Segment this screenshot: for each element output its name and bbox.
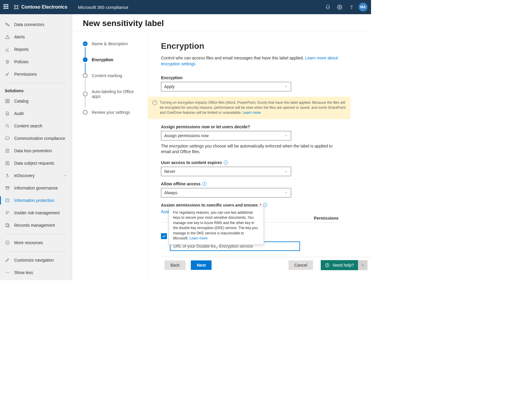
chart-icon bbox=[5, 47, 10, 52]
info-icon[interactable]: i bbox=[224, 161, 228, 165]
user-avatar[interactable]: MA bbox=[359, 3, 367, 12]
sidebar-item-more-resources[interactable]: More resources bbox=[0, 236, 72, 249]
cancel-button[interactable]: Cancel bbox=[288, 260, 313, 270]
sidebar-item-dsr[interactable]: Data subject requests bbox=[0, 157, 72, 169]
svg-rect-15 bbox=[8, 101, 9, 103]
encryption-select[interactable]: Apply bbox=[161, 82, 291, 91]
info-icon[interactable]: i bbox=[202, 182, 207, 186]
sidebar-item-content-search[interactable]: Content search bbox=[0, 120, 72, 132]
brand-name: Contoso Electronics bbox=[21, 4, 67, 10]
encryption-field-label: Encryption bbox=[161, 75, 341, 80]
sidebar-item-ediscovery[interactable]: eDiscovery bbox=[0, 169, 72, 182]
need-help-button[interactable]: Need help? bbox=[321, 260, 358, 270]
sidebar-item-customize-navigation[interactable]: Customize navigation bbox=[0, 254, 72, 266]
sliders-icon bbox=[5, 59, 10, 64]
search-icon bbox=[5, 123, 10, 129]
brand-icon bbox=[14, 4, 19, 10]
svg-point-31 bbox=[327, 266, 328, 266]
svg-point-2 bbox=[14, 8, 16, 9]
sidebar-item-policies[interactable]: Policies bbox=[0, 56, 72, 68]
sidebar-item-dlp[interactable]: Data loss prevention bbox=[0, 145, 72, 157]
sidebar-item-permissions[interactable]: Permissions bbox=[0, 68, 72, 80]
sidebar-item-information-protection[interactable]: Information protection bbox=[0, 194, 72, 207]
tenant-name: Microsoft 365 compliance bbox=[78, 5, 128, 10]
sidebar-item-show-less[interactable]: Show less bbox=[0, 266, 72, 279]
step-auto-labeling[interactable]: Auto-labeling for Office apps bbox=[83, 89, 142, 99]
svg-rect-17 bbox=[6, 137, 9, 139]
sidebar-item-catalog[interactable]: Catalog bbox=[0, 95, 72, 107]
callout-learn-more-link[interactable]: Learn more bbox=[243, 111, 261, 115]
svg-rect-14 bbox=[6, 101, 7, 103]
grid-icon bbox=[5, 98, 10, 104]
ellipsis-icon bbox=[5, 270, 10, 275]
encryption-info-callout: i Turning on encryption impacts Office f… bbox=[148, 97, 350, 119]
form-title: Encryption bbox=[161, 41, 341, 51]
records-icon bbox=[5, 223, 10, 228]
chevron-down-icon bbox=[284, 134, 288, 137]
sidebar-item-alerts[interactable]: Alerts bbox=[0, 31, 72, 43]
back-button[interactable]: Back bbox=[165, 260, 186, 270]
label-icon bbox=[5, 198, 10, 203]
step-encryption[interactable]: Encryption bbox=[83, 57, 142, 62]
gavel-icon bbox=[5, 173, 10, 178]
svg-point-8 bbox=[6, 60, 7, 61]
svg-point-24 bbox=[6, 211, 7, 213]
topbar: Contoso Electronics Microsoft 365 compli… bbox=[0, 0, 371, 14]
sidebar-item-data-connectors[interactable]: Data connectors bbox=[0, 18, 72, 31]
assign-permissions-mode-select[interactable]: Assign permissions now bbox=[161, 131, 291, 140]
expires-select[interactable]: Never bbox=[161, 167, 291, 176]
notifications-icon[interactable] bbox=[322, 0, 334, 14]
tooltip-learn-more-link[interactable]: Learn more bbox=[189, 236, 207, 240]
svg-point-16 bbox=[6, 124, 8, 127]
left-sidebar: Data connectors Alerts Reports Policies … bbox=[0, 14, 72, 280]
offline-label: Allow offline accessi bbox=[161, 181, 341, 186]
person-risk-icon bbox=[5, 210, 10, 215]
svg-point-10 bbox=[7, 63, 7, 63]
step-name-description[interactable]: Name & description bbox=[83, 41, 142, 46]
info-icon: i bbox=[152, 100, 157, 105]
main-area: New sensitivity label Name & description… bbox=[72, 14, 371, 280]
page-title: New sensitivity label bbox=[72, 14, 371, 31]
person-file-icon bbox=[5, 161, 10, 166]
sidebar-heading-solutions: Solutions bbox=[0, 85, 72, 95]
svg-point-9 bbox=[8, 61, 9, 62]
step-content-marking[interactable]: Content marking bbox=[83, 73, 142, 78]
svg-point-27 bbox=[6, 272, 6, 273]
chevron-down-icon bbox=[64, 174, 67, 177]
connector-icon bbox=[5, 22, 10, 27]
app-launcher-icon[interactable] bbox=[4, 4, 9, 10]
svg-point-11 bbox=[6, 74, 7, 75]
sidebar-item-audit[interactable]: Audit bbox=[0, 107, 72, 120]
info-icon bbox=[5, 240, 10, 245]
settings-icon[interactable] bbox=[334, 0, 346, 14]
sidebar-item-records-management[interactable]: Records management bbox=[0, 219, 72, 231]
sidebar-item-information-governance[interactable]: Information governance bbox=[0, 182, 72, 194]
key-icon bbox=[5, 72, 10, 77]
form-panel: Encryption Control who can access files … bbox=[148, 31, 371, 280]
svg-point-4 bbox=[339, 7, 341, 8]
step-review[interactable]: Review your settings bbox=[83, 110, 142, 115]
need-help-chevron[interactable] bbox=[358, 260, 367, 270]
svg-point-20 bbox=[7, 162, 8, 163]
svg-rect-7 bbox=[8, 25, 9, 26]
svg-point-28 bbox=[7, 272, 8, 273]
wizard-steps: Name & description Encryption Content ma… bbox=[72, 31, 148, 280]
chat-icon bbox=[5, 136, 10, 141]
svg-rect-12 bbox=[6, 99, 7, 101]
svg-point-1 bbox=[17, 5, 18, 7]
sidebar-item-insider-risk[interactable]: Insider risk management bbox=[0, 207, 72, 219]
offline-select[interactable]: Always bbox=[161, 188, 291, 197]
svg-point-3 bbox=[17, 8, 18, 9]
dke-checkbox[interactable] bbox=[161, 233, 167, 239]
document-icon bbox=[5, 111, 10, 116]
svg-rect-22 bbox=[6, 187, 9, 189]
warning-icon bbox=[5, 34, 10, 40]
help-icon[interactable] bbox=[346, 0, 357, 14]
pencil-icon bbox=[5, 257, 10, 263]
svg-point-5 bbox=[351, 8, 352, 9]
sidebar-item-communication-compliance[interactable]: Communication compliance bbox=[0, 132, 72, 145]
next-button[interactable]: Next bbox=[191, 260, 212, 270]
svg-point-29 bbox=[9, 272, 9, 273]
form-intro: Control who can access files and email m… bbox=[161, 55, 341, 67]
sidebar-item-reports[interactable]: Reports bbox=[0, 43, 72, 56]
